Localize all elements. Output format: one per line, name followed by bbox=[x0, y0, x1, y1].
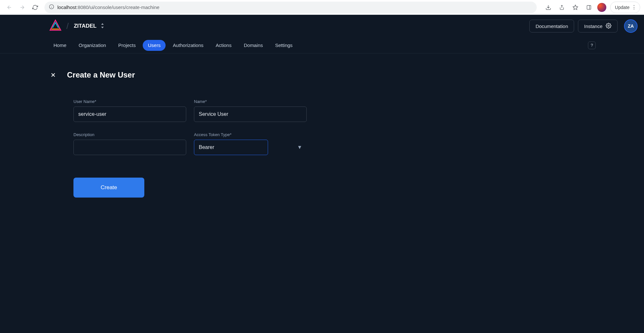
browser-profile-avatar[interactable] bbox=[597, 3, 606, 12]
share-icon[interactable] bbox=[557, 2, 567, 13]
name-field-group: Name* bbox=[194, 99, 307, 122]
gear-icon bbox=[606, 23, 611, 30]
brand-name: ZITADEL bbox=[74, 23, 97, 29]
nav-organization[interactable]: Organization bbox=[73, 40, 111, 51]
avatar-initials: ZA bbox=[628, 23, 634, 29]
description-field-group: Description bbox=[73, 132, 186, 155]
chevron-down-icon: ▼ bbox=[297, 144, 302, 150]
browser-reload-button[interactable] bbox=[30, 2, 41, 13]
zitadel-logo[interactable] bbox=[48, 19, 62, 33]
user-avatar[interactable]: ZA bbox=[624, 19, 638, 33]
name-label: Name* bbox=[194, 99, 307, 104]
download-icon[interactable] bbox=[543, 2, 553, 13]
browser-action-icons bbox=[543, 2, 606, 13]
nav-settings[interactable]: Settings bbox=[270, 40, 298, 51]
token-type-label: Access Token Type* bbox=[194, 132, 307, 137]
browser-url: localhost:8080/ui/console/users/create-m… bbox=[57, 5, 159, 10]
name-input[interactable] bbox=[194, 106, 307, 122]
nav-actions[interactable]: Actions bbox=[211, 40, 237, 51]
nav-users[interactable]: Users bbox=[143, 40, 166, 51]
nav-domains[interactable]: Domains bbox=[239, 40, 268, 51]
org-selector[interactable]: ZITADEL bbox=[74, 23, 104, 29]
instance-button[interactable]: Instance bbox=[578, 20, 618, 32]
app-container: / ZITADEL Documentation Instance ZA Home… bbox=[0, 15, 644, 333]
browser-forward-button[interactable] bbox=[17, 2, 28, 13]
breadcrumb-separator: / bbox=[66, 21, 69, 31]
browser-toolbar: localhost:8080/ui/console/users/create-m… bbox=[0, 0, 644, 15]
username-label: User Name* bbox=[73, 99, 186, 104]
page-header: Create a New User bbox=[48, 70, 596, 80]
description-label: Description bbox=[73, 132, 186, 137]
create-button-label: Create bbox=[101, 184, 117, 190]
browser-update-button[interactable]: Update ⋮ bbox=[610, 2, 640, 13]
nav-projects[interactable]: Projects bbox=[113, 40, 141, 51]
page-content: Create a New User User Name* Name* Descr… bbox=[0, 53, 644, 214]
nav-authorizations[interactable]: Authorizations bbox=[168, 40, 208, 51]
create-button[interactable]: Create bbox=[73, 178, 144, 198]
main-nav: Home Organization Projects Users Authori… bbox=[0, 37, 644, 53]
browser-back-button[interactable] bbox=[4, 2, 15, 13]
instance-label: Instance bbox=[584, 23, 602, 29]
chevron-updown-icon bbox=[101, 23, 104, 29]
side-panel-icon[interactable] bbox=[584, 2, 594, 13]
app-topbar: / ZITADEL Documentation Instance ZA bbox=[0, 15, 644, 37]
svg-rect-4 bbox=[587, 5, 591, 9]
username-input[interactable] bbox=[73, 106, 186, 122]
browser-update-label: Update bbox=[615, 5, 630, 10]
close-button[interactable] bbox=[48, 70, 58, 80]
create-user-form: User Name* Name* Description Access Toke… bbox=[73, 99, 596, 198]
token-type-field-group: Access Token Type* ▼ bbox=[194, 132, 307, 155]
info-icon bbox=[49, 4, 54, 11]
svg-marker-3 bbox=[573, 5, 578, 9]
username-field-group: User Name* bbox=[73, 99, 186, 122]
page-title: Create a New User bbox=[67, 70, 135, 79]
kebab-icon: ⋮ bbox=[631, 4, 637, 10]
browser-address-bar[interactable]: localhost:8080/ui/console/users/create-m… bbox=[44, 2, 537, 13]
nav-home[interactable]: Home bbox=[48, 40, 72, 51]
documentation-button[interactable]: Documentation bbox=[529, 20, 574, 32]
bookmark-icon[interactable] bbox=[570, 2, 581, 13]
documentation-label: Documentation bbox=[535, 23, 568, 29]
help-button[interactable]: ? bbox=[588, 42, 596, 49]
token-type-select[interactable] bbox=[194, 140, 268, 155]
svg-point-6 bbox=[608, 25, 610, 26]
description-input[interactable] bbox=[73, 140, 186, 155]
